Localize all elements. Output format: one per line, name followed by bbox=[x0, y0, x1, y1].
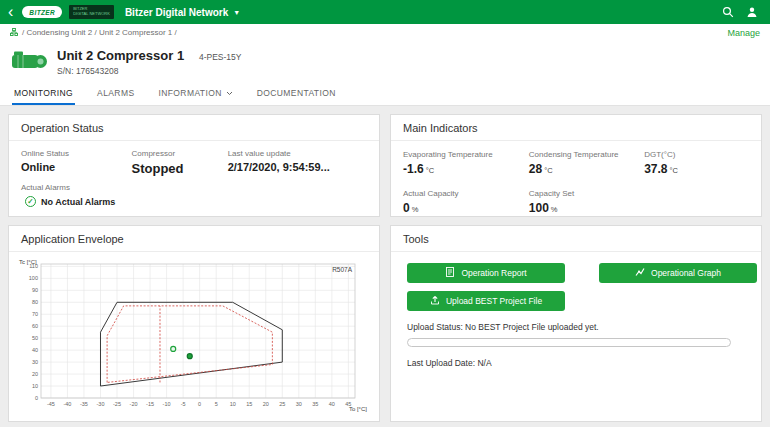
graph-icon bbox=[635, 267, 645, 279]
indicator-value: 0 bbox=[403, 201, 410, 215]
main-indicators-card: Main Indicators Evaporating Temperature … bbox=[390, 114, 762, 217]
user-icon[interactable] bbox=[746, 6, 758, 18]
actual-alarms-label: Actual Alarms bbox=[21, 183, 367, 192]
operation-report-button[interactable]: Operation Report bbox=[407, 263, 565, 283]
tab-monitoring[interactable]: MONITORING bbox=[12, 84, 75, 105]
main-indicators-body: Evaporating Temperature -1.6°C Condensin… bbox=[391, 141, 761, 217]
back-button[interactable]: ‹ bbox=[8, 2, 13, 22]
svg-text:Tc [°C]: Tc [°C] bbox=[19, 259, 37, 265]
online-status-label: Online Status bbox=[21, 149, 132, 158]
svg-text:-35: -35 bbox=[80, 401, 88, 407]
tools-card: Tools Operation Report Operational Graph… bbox=[390, 225, 762, 422]
application-envelope-title: Application Envelope bbox=[9, 226, 379, 252]
compressor-icon bbox=[10, 48, 48, 76]
indicator-unit: °C bbox=[544, 166, 552, 175]
top-bar: ‹ BITZER BITZER DIGITAL NETWORK Bitzer D… bbox=[0, 0, 770, 24]
svg-text:40: 40 bbox=[32, 347, 38, 353]
operational-graph-label: Operational Graph bbox=[651, 268, 721, 278]
indicator-label: Capacity Set bbox=[529, 189, 644, 198]
manage-link[interactable]: Manage bbox=[727, 28, 760, 38]
upload-best-project-file-button[interactable]: Upload BEST Project File bbox=[407, 291, 565, 311]
device-serial: S/N: 176543208 bbox=[57, 66, 241, 76]
dashboard-content: Operation Status Online Status Online Co… bbox=[0, 106, 770, 427]
chevron-down-icon: ▼ bbox=[233, 9, 240, 16]
svg-text:10: 10 bbox=[32, 383, 38, 389]
check-circle-icon: ✓ bbox=[25, 196, 36, 207]
svg-text:50: 50 bbox=[32, 335, 38, 341]
last-update-field: Last value update 2/17/2020, 9:54:59... bbox=[228, 149, 367, 176]
indicator-unit: °C bbox=[426, 166, 434, 175]
search-icon[interactable] bbox=[722, 6, 734, 18]
application-envelope-card: Application Envelope 0102030405060708090… bbox=[8, 225, 380, 422]
svg-text:35: 35 bbox=[312, 401, 318, 407]
indicator-dgt: DGT(°C) 37.8°C bbox=[644, 150, 749, 176]
operational-graph-button[interactable]: Operational Graph bbox=[599, 263, 757, 283]
breadcrumb-row: / Condensing Unit 2 / Unit 2 Compressor … bbox=[0, 24, 770, 41]
tab-information-label: INFORMATION bbox=[158, 88, 221, 98]
svg-text:20: 20 bbox=[263, 401, 269, 407]
svg-text:70: 70 bbox=[32, 311, 38, 317]
svg-text:-20: -20 bbox=[130, 401, 138, 407]
operation-status-title: Operation Status bbox=[9, 115, 379, 141]
compressor-label: Compressor bbox=[132, 149, 228, 158]
tab-bar: MONITORING ALARMS INFORMATION DOCUMENTAT… bbox=[0, 83, 770, 106]
indicator-value: 37.8 bbox=[644, 162, 667, 176]
report-icon bbox=[445, 267, 455, 279]
tab-alarms-label: ALARMS bbox=[97, 88, 134, 98]
indicator-unit: °C bbox=[670, 166, 678, 175]
last-update-label: Last value update bbox=[228, 149, 367, 158]
indicator-value: 28 bbox=[529, 162, 542, 176]
svg-text:100: 100 bbox=[29, 275, 38, 281]
bdn-logo-line2: DIGITAL NETWORK bbox=[73, 12, 110, 17]
last-update-value: 2/17/2020, 9:54:59... bbox=[228, 161, 367, 173]
indicator-label: Condensing Temperature bbox=[529, 150, 644, 159]
device-heading: Unit 2 Compressor 1 4-PES-15Y S/N: 17654… bbox=[57, 48, 241, 76]
svg-text:-30: -30 bbox=[97, 401, 105, 407]
operation-status-card: Operation Status Online Status Online Co… bbox=[8, 114, 380, 217]
upload-icon bbox=[430, 295, 440, 307]
svg-text:40: 40 bbox=[329, 401, 335, 407]
svg-text:R507A: R507A bbox=[332, 266, 353, 273]
svg-text:-45: -45 bbox=[47, 401, 55, 407]
breadcrumb[interactable]: / Condensing Unit 2 / Unit 2 Compressor … bbox=[22, 28, 177, 37]
operation-status-body: Online Status Online Compressor Stopped … bbox=[9, 141, 379, 207]
online-status-field: Online Status Online bbox=[21, 149, 132, 176]
envelope-chart: 0102030405060708090100110-45-40-35-30-25… bbox=[17, 256, 369, 414]
svg-text:-10: -10 bbox=[163, 401, 171, 407]
indicator-label: DGT(°C) bbox=[644, 150, 749, 159]
svg-text:5: 5 bbox=[215, 401, 218, 407]
compressor-field: Compressor Stopped bbox=[132, 149, 228, 176]
main-indicators-title: Main Indicators bbox=[391, 115, 761, 141]
device-header: Unit 2 Compressor 1 4-PES-15Y S/N: 17654… bbox=[0, 41, 770, 83]
svg-text:0: 0 bbox=[35, 395, 38, 401]
svg-text:To [°C]: To [°C] bbox=[349, 406, 367, 412]
indicator-capacity-set: Capacity Set 100% bbox=[529, 189, 644, 215]
tab-information[interactable]: INFORMATION bbox=[156, 84, 234, 105]
indicator-label: Evaporating Temperature bbox=[403, 150, 529, 159]
upload-progress-bar bbox=[407, 338, 731, 347]
svg-text:80: 80 bbox=[32, 299, 38, 305]
indicator-value: -1.6 bbox=[403, 162, 424, 176]
actual-alarms-field: Actual Alarms ✓ No Actual Alarms bbox=[21, 183, 367, 207]
tab-monitoring-label: MONITORING bbox=[14, 88, 73, 98]
indicator-value: 100 bbox=[529, 201, 549, 215]
bitzer-logo: BITZER bbox=[22, 6, 62, 18]
indicator-evaporating-temperature: Evaporating Temperature -1.6°C bbox=[403, 150, 529, 176]
tab-documentation-label: DOCUMENTATION bbox=[257, 88, 336, 98]
application-envelope-body: 0102030405060708090100110-45-40-35-30-25… bbox=[9, 252, 379, 420]
tab-documentation[interactable]: DOCUMENTATION bbox=[255, 84, 338, 105]
indicator-label: Actual Capacity bbox=[403, 189, 529, 198]
indicator-condensing-temperature: Condensing Temperature 28°C bbox=[529, 150, 644, 176]
svg-text:-40: -40 bbox=[63, 401, 71, 407]
tools-title: Tools bbox=[391, 226, 761, 252]
svg-text:-15: -15 bbox=[146, 401, 154, 407]
svg-text:90: 90 bbox=[32, 287, 38, 293]
tab-alarms[interactable]: ALARMS bbox=[95, 84, 136, 105]
indicator-actual-capacity: Actual Capacity 0% bbox=[403, 189, 529, 215]
upload-status-text: Upload Status: No BEST Project File uplo… bbox=[407, 322, 745, 332]
upload-best-label: Upload BEST Project File bbox=[446, 296, 542, 306]
svg-text:30: 30 bbox=[32, 359, 38, 365]
svg-text:15: 15 bbox=[246, 401, 252, 407]
chevron-down-icon bbox=[226, 88, 233, 98]
app-title-dropdown[interactable]: Bitzer Digital Network ▼ bbox=[125, 7, 240, 18]
